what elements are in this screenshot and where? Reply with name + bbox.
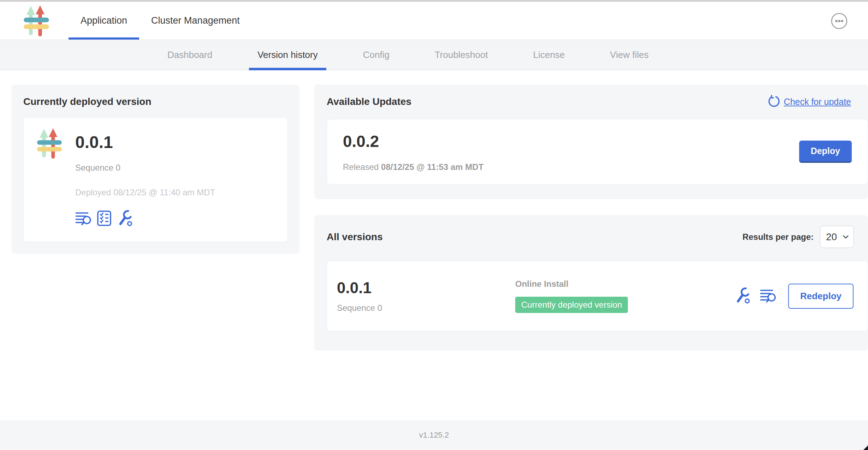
app-subnav: Dashboard Version history Config Trouble… — [0, 40, 868, 70]
row-version-number: 0.0.1 — [337, 279, 515, 297]
currently-deployed-title: Currently deployed version — [23, 96, 288, 107]
results-per-page-select[interactable]: 20 — [820, 226, 854, 248]
edit-config-icon — [735, 288, 751, 304]
release-notes-diff-icon — [75, 211, 91, 226]
release-notes-diff-button[interactable] — [760, 288, 776, 304]
check-for-update-link[interactable]: Check for update — [767, 95, 851, 108]
tab-cluster-management[interactable]: Cluster Management — [139, 2, 252, 40]
release-notes-diff-icon — [760, 288, 776, 303]
tab-cluster-management-label: Cluster Management — [151, 15, 240, 26]
tab-application[interactable]: Application — [69, 2, 139, 40]
release-notes-diff-button[interactable] — [75, 211, 91, 227]
available-updates-title: Available Updates — [327, 96, 411, 107]
app-header: Application Cluster Management — [0, 2, 868, 40]
subnav-item-troubleshoot[interactable]: Troubleshoot — [426, 40, 497, 70]
primary-nav: Application Cluster Management — [69, 2, 252, 40]
edit-config-button[interactable] — [735, 288, 751, 305]
version-row: 0.0.1 Sequence 0 Online Install Currentl… — [327, 261, 868, 331]
all-versions-card: All versions Results per page: 20 0.0.1 … — [314, 215, 868, 351]
more-menu-button[interactable] — [831, 13, 848, 29]
console-version: v1.125.2 — [419, 431, 449, 440]
main-content: Currently deployed version 0.0.1 Sequenc… — [0, 70, 868, 420]
currently-deployed-badge: Currently deployed version — [515, 297, 628, 313]
results-per-page-label: Results per page: — [743, 232, 814, 242]
subnav-item-license[interactable]: License — [525, 40, 573, 70]
subnav-item-view-files[interactable]: View files — [601, 40, 657, 70]
redeploy-button[interactable]: Redeploy — [788, 284, 854, 309]
preflight-checks-button[interactable] — [97, 211, 111, 227]
edit-config-icon — [117, 210, 133, 226]
released-prefix: Released — [343, 162, 381, 172]
install-type-label: Online Install — [515, 279, 735, 289]
subnav-view-files-label: View files — [610, 49, 648, 60]
available-updates-card: Available Updates Check for update 0.0.2… — [314, 84, 868, 199]
deployed-timestamp: Deployed 08/12/25 @ 11:40 am MDT — [75, 188, 215, 197]
subnav-item-version-history[interactable]: Version history — [249, 40, 326, 70]
preflight-checks-icon — [97, 211, 111, 226]
app-footer: v1.125.2 — [0, 420, 868, 450]
tab-application-label: Application — [81, 15, 127, 26]
row-sequence: Sequence 0 — [337, 303, 515, 313]
app-logo-icon — [22, 5, 51, 36]
subnav-item-dashboard[interactable]: Dashboard — [159, 40, 221, 70]
edit-config-button[interactable] — [117, 210, 133, 227]
app-logo — [22, 2, 57, 40]
deployed-sequence: Sequence 0 — [75, 163, 215, 173]
deployed-actions — [75, 210, 215, 227]
update-row: 0.0.2 Released 08/12/25 @ 11:53 am MDT D… — [327, 119, 868, 184]
refresh-icon — [767, 95, 780, 108]
subnav-license-label: License — [533, 49, 565, 60]
currently-deployed-card: Currently deployed version 0.0.1 Sequenc… — [12, 84, 299, 254]
mouse-cursor — [863, 445, 868, 450]
check-for-update-label: Check for update — [784, 97, 851, 107]
row-actions: Redeploy — [735, 284, 854, 309]
subnav-troubleshoot-label: Troubleshoot — [435, 49, 488, 60]
results-per-page-control: Results per page: 20 — [743, 226, 854, 248]
subnav-config-label: Config — [363, 49, 390, 60]
subnav-dashboard-label: Dashboard — [167, 49, 212, 60]
all-versions-title: All versions — [327, 231, 383, 243]
released-timestamp: 08/12/25 @ 11:53 am MDT — [381, 162, 483, 172]
right-column: Available Updates Check for update 0.0.2… — [314, 84, 868, 351]
deployed-version-panel: 0.0.1 Sequence 0 Deployed 08/12/25 @ 11:… — [23, 117, 288, 242]
subnav-version-history-label: Version history — [257, 49, 318, 60]
subnav-item-config[interactable]: Config — [355, 40, 398, 70]
ellipsis-icon — [831, 13, 848, 29]
deployed-version-number: 0.0.1 — [75, 128, 215, 156]
update-version-number: 0.0.2 — [343, 132, 483, 151]
app-logo-icon — [35, 128, 64, 159]
deploy-button[interactable]: Deploy — [799, 141, 852, 163]
update-released-line: Released 08/12/25 @ 11:53 am MDT — [343, 162, 483, 172]
results-per-page-value: 20 — [826, 231, 837, 243]
chevron-down-icon — [843, 235, 849, 238]
